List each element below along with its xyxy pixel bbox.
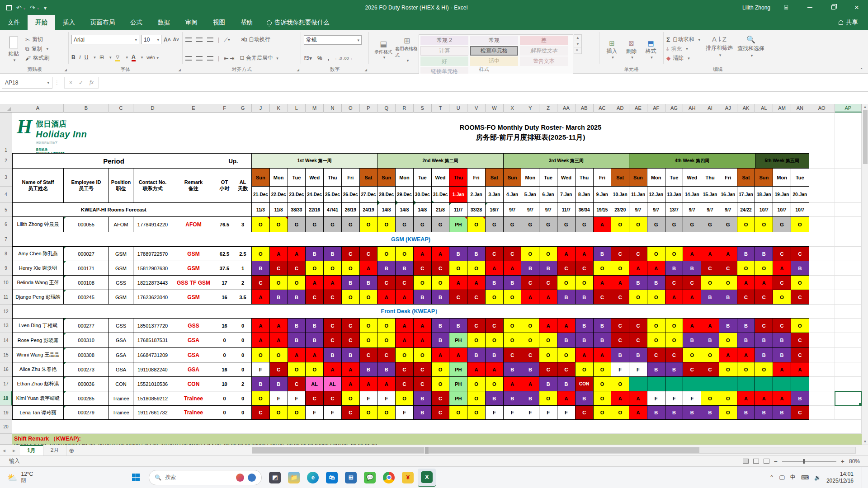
shift-cell[interactable]: B (270, 377, 288, 391)
shift-cell[interactable]: B (432, 319, 450, 333)
date-header[interactable]: 27-Dec (360, 187, 378, 203)
column-header-N[interactable]: N (324, 104, 342, 113)
day-header[interactable]: Mon (647, 169, 665, 187)
shift-cell[interactable]: A (773, 362, 791, 377)
tab-scroll-left-icon[interactable]: ◂ (0, 447, 10, 454)
shift-cell[interactable]: B (539, 261, 557, 276)
column-header-F[interactable]: F (215, 104, 234, 113)
shift-cell[interactable]: A (467, 362, 486, 377)
staff-al[interactable]: 2.5 (234, 247, 252, 261)
staff-remark[interactable]: CON (172, 377, 215, 391)
shift-cell[interactable]: O (252, 348, 270, 362)
staff-id[interactable]: 000273 (64, 362, 109, 377)
staff-remark[interactable]: Trainee (172, 391, 215, 406)
staff-al[interactable]: 0 (234, 391, 252, 406)
volume-icon[interactable]: 🔉 (814, 474, 821, 481)
shift-cell[interactable]: B (324, 247, 342, 261)
column-header-AI[interactable]: AI (701, 104, 719, 113)
stock-app-icon[interactable]: ¥ (399, 469, 417, 487)
shift-cell[interactable]: O (252, 247, 270, 261)
shift-cell[interactable]: F (629, 362, 647, 377)
day-header[interactable]: Sat (737, 169, 755, 187)
shift-cell[interactable]: O (288, 406, 306, 420)
shift-cell[interactable]: C (594, 290, 612, 305)
column-header-E[interactable]: E (172, 104, 215, 113)
cell[interactable] (835, 113, 862, 153)
shift-cell[interactable]: O (629, 217, 647, 232)
shift-cell[interactable]: B (504, 276, 522, 290)
cell[interactable] (809, 232, 835, 247)
staff-name[interactable]: Lilith Zhong 钟晨晨 (12, 217, 64, 232)
forecast-cell[interactable]: 33/28 (467, 203, 486, 217)
shift-cell[interactable]: B (377, 261, 396, 276)
decimal-icons[interactable]: ←.0 .00→ (335, 56, 353, 61)
shift-cell[interactable]: O (791, 217, 809, 232)
shift-cell[interactable]: O (504, 290, 522, 305)
shift-cell[interactable]: C (701, 261, 719, 276)
shift-cell[interactable]: C (773, 276, 791, 290)
shift-cell[interactable]: AL (324, 377, 342, 391)
cell[interactable] (835, 362, 862, 377)
shift-cell[interactable]: O (377, 333, 396, 348)
forecast-cell[interactable]: 10/7 (791, 203, 809, 217)
font-dialog-launcher[interactable]: ◢ (179, 68, 181, 72)
shift-cell[interactable]: O (611, 377, 629, 391)
row-header-15[interactable]: 15 (0, 348, 12, 362)
shift-cell[interactable]: C (324, 319, 342, 333)
shift-cell[interactable]: F (396, 406, 414, 420)
row-header-4[interactable]: 4 (0, 187, 12, 203)
shift-cell[interactable]: PH (449, 333, 467, 348)
shift-cell[interactable]: A (306, 276, 324, 290)
column-header-V[interactable]: V (467, 104, 486, 113)
shift-cell[interactable]: A (306, 348, 324, 362)
staff-ot[interactable]: 0 (215, 333, 234, 348)
shift-cell[interactable]: A (773, 261, 791, 276)
shift-cell[interactable]: B (773, 333, 791, 348)
bold-icon[interactable]: B (71, 54, 75, 61)
shift-cell[interactable]: B (467, 247, 486, 261)
shift-cell[interactable]: A (270, 247, 288, 261)
shift-cell[interactable]: B (647, 276, 665, 290)
shift-cell[interactable]: O (360, 217, 378, 232)
cell[interactable] (809, 333, 835, 348)
staff-ot[interactable]: 37.5 (215, 261, 234, 276)
column-header-AO[interactable]: AO (809, 104, 835, 113)
shift-cell[interactable]: O (306, 261, 324, 276)
day-header[interactable]: Sun (755, 169, 773, 187)
shift-cell[interactable]: B (342, 348, 360, 362)
shift-cell[interactable]: O (791, 319, 809, 333)
italic-icon[interactable]: I (79, 54, 81, 61)
shift-cell[interactable]: O (719, 391, 737, 406)
shift-cell[interactable]: A (288, 247, 306, 261)
shift-cell[interactable]: G (683, 217, 701, 232)
column-header-AJ[interactable]: AJ (719, 104, 737, 113)
staff-al[interactable]: 3 (234, 217, 252, 232)
staff-al[interactable]: 0 (234, 406, 252, 420)
staff-contact[interactable]: 15521010536 (133, 377, 172, 391)
date-header[interactable]: 18-Jan (755, 187, 773, 203)
shift-cell[interactable]: A (504, 261, 522, 276)
shift-cell[interactable]: C (396, 362, 414, 377)
shift-cell[interactable]: A (414, 333, 432, 348)
shift-cell[interactable]: A (557, 391, 576, 406)
shift-cell[interactable]: O (521, 247, 539, 261)
day-header[interactable]: Tue (665, 169, 684, 187)
shift-cell[interactable]: O (270, 276, 288, 290)
shift-cell[interactable]: O (737, 261, 755, 276)
shift-cell[interactable]: B (791, 261, 809, 276)
week-header[interactable]: 4th Week 第四周 (629, 153, 755, 169)
staff-position[interactable]: GSA (109, 348, 133, 362)
shift-cell[interactable]: B (414, 406, 432, 420)
sort-filter-button[interactable]: A⇂Z排序和筛选▾ (706, 35, 733, 57)
shift-cell[interactable]: O (701, 391, 719, 406)
shift-cell[interactable]: B (647, 406, 665, 420)
shift-cell[interactable]: C (342, 333, 360, 348)
cell[interactable] (215, 203, 234, 217)
shift-cell[interactable] (719, 377, 737, 391)
shift-cell[interactable]: O (377, 217, 396, 232)
shift-cell[interactable]: O (539, 247, 557, 261)
tab-view[interactable]: 视图 (205, 15, 233, 30)
pane-split-handle[interactable] (425, 447, 429, 454)
column-header-Z[interactable]: Z (539, 104, 557, 113)
shift-cell[interactable]: A (557, 319, 576, 333)
